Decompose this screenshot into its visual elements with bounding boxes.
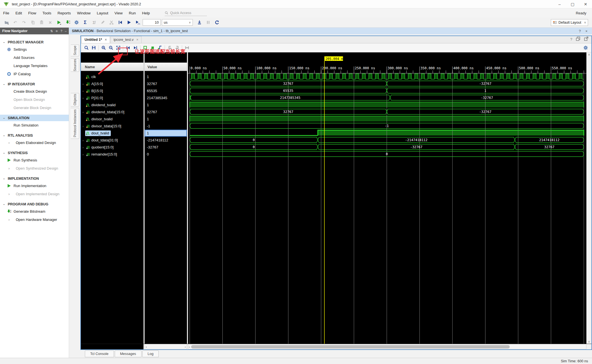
console-tab-tcl-console[interactable]: Tcl Console [85, 350, 114, 357]
scroll-down-icon[interactable]: ∨ [588, 340, 590, 343]
menu-layout[interactable]: Layout [94, 8, 111, 17]
console-tab-messages[interactable]: Messages [115, 350, 142, 357]
waveform-svg[interactable]: 0.000 ns50.000 ns100.000 ns150.000 ns200… [188, 52, 586, 344]
expand-chevron-icon[interactable]: › [81, 96, 85, 100]
scroll-right-icon[interactable]: › [185, 345, 186, 349]
flow-section-implementation[interactable]: ⌄IMPLEMENTATION [0, 175, 69, 182]
vertical-scrollbar[interactable]: ∧ ∨ [586, 52, 591, 344]
signal-value-remainder-15-0-[interactable]: 0 [145, 151, 187, 158]
signal-row-remainder-15-0-[interactable]: ›remainder[15:0] [81, 151, 143, 158]
zoom-in-icon[interactable] [100, 45, 107, 51]
restart-icon[interactable] [116, 19, 124, 26]
expand-chevron-icon[interactable]: › [81, 139, 85, 142]
scroll-left-icon[interactable]: ‹ [146, 345, 147, 349]
signal-value-divisor-tdata-15-0-[interactable]: -1 [145, 123, 187, 130]
scroll-left-icon[interactable]: ‹ [189, 345, 190, 349]
help-icon[interactable]: ? [570, 37, 572, 41]
signal-row-dout-tvalid[interactable]: dout_tvalid [81, 130, 143, 137]
run-play-icon[interactable] [55, 19, 63, 26]
flow-item-run-simulation[interactable]: Run Simulation [0, 121, 69, 129]
flow-item-ip-catalog[interactable]: IP Catalog [0, 70, 69, 78]
wave-tab-untitled-1-[interactable]: Untitled 1*× [81, 36, 110, 43]
close-button[interactable]: ✕ [579, 0, 592, 8]
menu-edit[interactable]: Edit [12, 8, 25, 17]
signal-value-divisor-tvalid[interactable]: 1 [145, 116, 187, 123]
flow-section-simulation[interactable]: ⌄SIMULATION [0, 115, 69, 121]
minimize-panel-icon[interactable]: – [65, 29, 67, 33]
signal-row-a-15-0-[interactable]: ›A[15:0] [81, 80, 143, 87]
minimize-button[interactable]: – [553, 0, 566, 8]
waveform-plot-area[interactable]: 0.000 ns50.000 ns100.000 ns150.000 ns200… [188, 52, 586, 344]
scroll-up-icon[interactable]: ∧ [588, 53, 590, 56]
flow-item-run-synthesis[interactable]: Run Synthesis [0, 156, 69, 164]
wave-tab-icons[interactable]: ? [570, 36, 591, 43]
step-icon[interactable] [196, 19, 203, 26]
flow-section[interactable]: ⌄RTL ANALYSIS›Open Elaborated Design [0, 132, 69, 147]
quick-access-search[interactable]: Quick Access [165, 10, 207, 16]
flow-section[interactable]: ⌄IMPLEMENTATIONRun Implementation›Open I… [0, 175, 69, 198]
flow-section[interactable]: ⌄PROGRAM AND DEBUG0110Generate Bitstream… [0, 201, 69, 224]
flow-section-ip-integrator[interactable]: ⌄IP INTEGRATOR [0, 81, 69, 87]
expand-all-icon[interactable]: ≑ [56, 29, 58, 33]
flow-section-rtl-analysis[interactable]: ⌄RTL ANALYSIS [0, 132, 69, 139]
signal-row-divisor-tdata-15-0-[interactable]: ›divisor_tdata[15:0] [81, 123, 143, 130]
run-for-time-icon[interactable]: (т) [134, 19, 141, 26]
value-column-header[interactable]: Value [145, 63, 187, 71]
wave-horizontal-scrollbar[interactable]: ‹ [188, 344, 586, 349]
flow-item-run-implementation[interactable]: Run Implementation [0, 182, 69, 190]
run-time-input[interactable]: 10 [143, 19, 161, 26]
expand-chevron-icon[interactable]: › [81, 89, 85, 93]
help-icon[interactable]: ? [61, 29, 62, 33]
save-icon[interactable] [90, 45, 97, 51]
signal-value-dividend-tdata-15-0-[interactable]: 32767 [145, 108, 187, 116]
run-time-unit-select[interactable]: us∨ [162, 19, 193, 26]
expand-chevron-icon[interactable]: › [81, 125, 85, 128]
side-tab-sources[interactable]: Sources [71, 58, 79, 72]
expand-chevron-icon[interactable]: › [81, 110, 85, 114]
wave-tab-ipcore-test-v[interactable]: ipcore_test.v× [111, 36, 142, 43]
menu-file[interactable]: File [0, 8, 12, 17]
collapse-all-icon[interactable]: ⇅ [50, 29, 53, 33]
flow-item-settings[interactable]: Settings [0, 45, 69, 54]
layout-selector[interactable]: Default Layout ∨ [551, 19, 588, 26]
flow-section[interactable]: ⌄PROJECT MANAGERSettingsAdd SourcesLangu… [0, 39, 69, 78]
signal-value-dout-tdata-31-0-[interactable]: -2147418112 [145, 137, 187, 144]
signal-row-dividend-tvalid[interactable]: dividend_tvalid [81, 101, 143, 108]
expand-chevron-icon[interactable]: › [81, 153, 85, 156]
flow-item-create-block-design[interactable]: Create Block Design [0, 87, 69, 96]
menu-tools[interactable]: Tools [39, 8, 55, 17]
expand-chevron-icon[interactable]: › [81, 146, 85, 149]
signal-value-dividend-tvalid[interactable]: 1 [145, 101, 187, 108]
run-all-icon[interactable] [125, 19, 132, 26]
flow-section-program-and-debug[interactable]: ⌄PROGRAM AND DEBUG [0, 201, 69, 207]
expand-chevron-icon[interactable]: › [81, 82, 85, 86]
signal-row-dividend-tdata-15-0-[interactable]: ›dividend_tdata[15:0] [81, 108, 143, 116]
menu-window[interactable]: Window [74, 8, 94, 17]
flow-item-language-templates[interactable]: Language Templates [0, 62, 69, 70]
bitstream-step-icon[interactable]: 0110 [64, 19, 71, 26]
signal-row-divisor-tvalid[interactable]: divisor_tvalid [81, 116, 143, 123]
signal-value-a-15-0-[interactable]: 32767 [145, 80, 187, 87]
flow-section-project-manager[interactable]: ⌄PROJECT MANAGER [0, 39, 69, 45]
flow-section-synthesis[interactable]: ⌄SYNTHESIS [0, 150, 69, 156]
float-window-icon[interactable] [576, 36, 580, 42]
sigma-icon[interactable]: Σ [81, 19, 89, 26]
side-tab-objects[interactable]: Objects [71, 93, 79, 106]
close-icon[interactable]: × [105, 38, 107, 42]
side-tab-protocol-instances[interactable]: Protocol Instances [71, 108, 79, 139]
zoom-out-icon[interactable] [107, 45, 114, 51]
flow-item-open-hardware-manager[interactable]: ›Open Hardware Manager [0, 216, 69, 224]
signal-row-quotient-15-0-[interactable]: ›quotient[15:0] [81, 144, 143, 151]
signal-value-clk[interactable]: 1 [145, 73, 187, 80]
menu-flow[interactable]: Flow [25, 8, 39, 17]
menu-view[interactable]: View [111, 8, 126, 17]
menu-reports[interactable]: Reports [54, 8, 74, 17]
signal-row-b-15-0-[interactable]: ›B[15:0] [81, 87, 143, 94]
name-horizontal-scrollbar[interactable]: ‹ › [145, 344, 187, 349]
signal-value-dout-tvalid[interactable]: 1 [145, 130, 187, 137]
maximize-button[interactable]: ▢ [566, 0, 579, 8]
signal-value-p-31-0-[interactable]: 2147385345 [145, 94, 187, 101]
wave-settings-gear-icon[interactable] [582, 45, 589, 51]
signal-row-clk[interactable]: clk [81, 73, 143, 80]
signal-row-dout-tdata-31-0-[interactable]: ›dout_tdata[31:0] [81, 137, 143, 144]
